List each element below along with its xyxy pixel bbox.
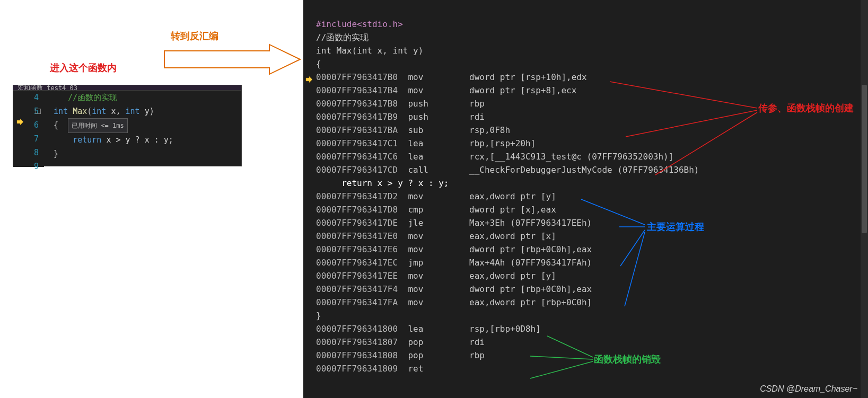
green-lines bbox=[530, 332, 626, 385]
current-instruction-arrow-icon bbox=[305, 76, 313, 83]
asm-line: 00007FF7963417E0 mov eax,dword ptr [x] bbox=[316, 231, 556, 241]
asm-line: 00007FF796341808 pop rbp bbox=[316, 350, 485, 360]
scroll-thumb[interactable] bbox=[862, 85, 867, 233]
code-line: int Max(int x, int y) bbox=[44, 104, 242, 118]
src-line: //函数的实现 bbox=[316, 32, 369, 42]
svg-line-0 bbox=[610, 82, 757, 108]
svg-line-7 bbox=[547, 336, 593, 357]
asm-line: 00007FF7963417D8 cmp dword ptr [x],eax bbox=[316, 205, 556, 215]
svg-line-5 bbox=[620, 230, 645, 266]
asm-line: 00007FF7963417B9 push rdi bbox=[316, 112, 485, 122]
asm-line: 00007FF7963417C1 lea rbp,[rsp+20h] bbox=[316, 138, 536, 148]
svg-line-2 bbox=[655, 112, 757, 175]
asm-line: 00007FF7963417F4 mov dword ptr [rbp+0C0h… bbox=[316, 284, 592, 294]
asm-line: 00007FF7963417DE jle Max+3Eh (07FF796341… bbox=[316, 218, 592, 228]
asm-line: 00007FF7963417EE mov eax,dword ptr [y] bbox=[316, 271, 556, 281]
asm-line: 00007FF7963417D2 mov eax,dword ptr [y] bbox=[316, 191, 556, 201]
vertical-scrollbar[interactable] bbox=[861, 0, 868, 398]
svg-line-8 bbox=[530, 356, 593, 359]
svg-line-3 bbox=[581, 199, 645, 225]
annotation-goto-disasm: 转到反汇编 bbox=[171, 30, 218, 42]
asm-line: 00007FF7963417E6 mov dword ptr [rbp+0C0h… bbox=[316, 244, 592, 254]
svg-line-9 bbox=[530, 361, 593, 378]
asm-line: 00007FF796341809 ret bbox=[316, 364, 469, 374]
code-area[interactable]: //函数的实现 int Max(int x, int y) { 已用时间 <= … bbox=[44, 91, 242, 167]
asm-line: 00007FF7963417B4 mov dword ptr [rsp+8],e… bbox=[316, 85, 576, 95]
src-line: int Max(int x, int y) bbox=[316, 46, 423, 56]
asm-line: 00007FF7963417FA mov eax,dword ptr [rbp+… bbox=[316, 297, 592, 307]
annotation-enter-function: 进入这个函数内 bbox=[50, 61, 117, 74]
perf-hint-badge: 已用时间 <= 1ms bbox=[68, 118, 128, 133]
code-line: } bbox=[44, 147, 242, 161]
line-number: 8 bbox=[13, 146, 44, 160]
annotation-stack-create: 传参、函数栈帧的创建 bbox=[758, 102, 854, 114]
src-line: } bbox=[316, 311, 321, 321]
asm-line: 00007FF7963417BA sub rsp,0F8h bbox=[316, 125, 510, 135]
left-code-editor: 宏和函数 test4_03 4 5 6 7 8 9 - //函数的实现 int … bbox=[13, 85, 242, 166]
asm-line: 00007FF796341800 lea rsp,[rbp+0D8h] bbox=[316, 324, 541, 334]
svg-line-1 bbox=[626, 110, 757, 137]
svg-line-6 bbox=[625, 232, 645, 306]
src-line: #include<stdio.h> bbox=[316, 19, 403, 29]
line-number: 4 bbox=[13, 91, 44, 104]
asm-line: 00007FF7963417B0 mov dword ptr [rsp+10h]… bbox=[316, 72, 587, 82]
collapse-icon[interactable]: - bbox=[36, 109, 41, 114]
src-line: return x > y ? x : y; bbox=[316, 178, 449, 188]
line-number: 7 bbox=[13, 132, 44, 146]
code-line: { 已用时间 <= 1ms bbox=[44, 118, 242, 133]
watermark: CSDN @Dream_Chaser~ bbox=[760, 384, 857, 394]
code-line: //函数的实现 bbox=[44, 91, 242, 104]
src-line: { bbox=[316, 59, 321, 69]
asm-line: 00007FF7963417B8 push rbp bbox=[316, 99, 485, 109]
line-number: 9 bbox=[13, 160, 44, 173]
code-line: return x > y ? x : y; bbox=[44, 133, 242, 147]
current-line-arrow-icon bbox=[16, 118, 24, 126]
asm-line: 00007FF796341807 pop rdi bbox=[316, 337, 485, 347]
asm-line: 00007FF7963417EC jmp Max+4Ah (07FF796341… bbox=[316, 258, 592, 268]
disassembly-text: #include<stdio.h> //函数的实现 int Max(int x,… bbox=[303, 0, 868, 388]
blue-lines bbox=[572, 195, 688, 312]
red-lines bbox=[594, 74, 764, 180]
line-gutter: 4 5 6 7 8 9 bbox=[13, 91, 44, 167]
editor-tab[interactable]: 宏和函数 test4_03 bbox=[13, 85, 241, 91]
arrow-goto-disasm bbox=[163, 43, 306, 77]
